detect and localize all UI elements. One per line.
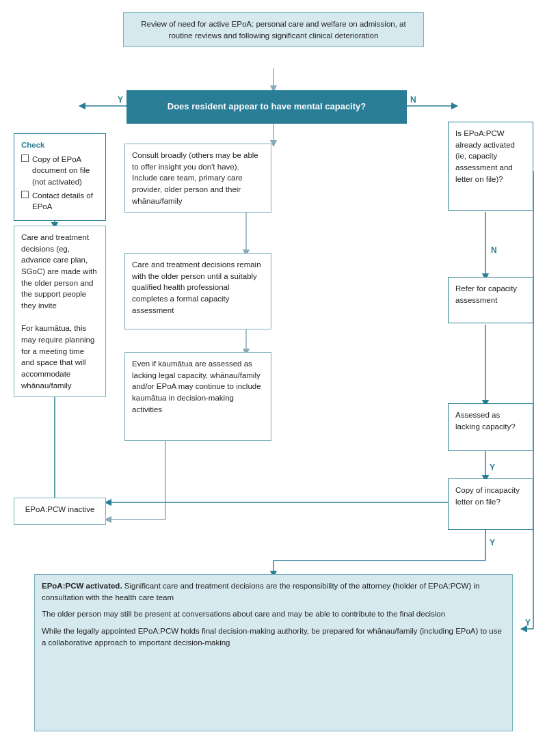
- decision-text: Does resident appear to have mental capa…: [168, 101, 366, 111]
- epoa-inactive-box: EPoA:PCW inactive: [14, 498, 106, 525]
- assessed-lacking-box: Assessed as lacking capacity?: [448, 403, 533, 451]
- incapacity-letter-box: Copy of incapacity letter on file?: [448, 478, 533, 530]
- care-decisions-left-text: Care and treatment decisions (eg, advanc…: [21, 233, 97, 390]
- svg-text:Y: Y: [490, 538, 495, 548]
- check-item-2-text: Contact details of EPoA: [32, 190, 98, 213]
- even-if-text: Even if kaumātua are assessed as lacking…: [132, 360, 261, 414]
- care-decisions-left-box: Care and treatment decisions (eg, advanc…: [14, 226, 106, 397]
- flowchart-container: Y N N Y Y Y Y Review of need for active …: [7, 0, 540, 742]
- check-item-1: Copy of EPoA document on file (not activ…: [21, 154, 98, 188]
- bottom-p1-bold: EPoA:PCW activated.: [42, 582, 122, 590]
- decision-box: Does resident appear to have mental capa…: [126, 90, 407, 124]
- consult-box: Consult broadly (others may be able to o…: [124, 144, 271, 213]
- epoa-q-text: Is EPoA:PCW already activated (ie, capac…: [455, 129, 515, 183]
- check-item-2: Contact details of EPoA: [21, 190, 98, 213]
- even-if-box: Even if kaumātua are assessed as lacking…: [124, 352, 271, 441]
- epoa-inactive-text: EPoA:PCW inactive: [25, 505, 95, 513]
- bottom-p3: While the legally appointed EPoA:PCW hol…: [42, 625, 505, 648]
- check-box: Check Copy of EPoA document on file (not…: [14, 133, 106, 221]
- svg-text:N: N: [410, 95, 416, 105]
- care-decisions-middle-box: Care and treatment decisions remain with…: [124, 253, 271, 329]
- refer-text: Refer for capacity assessment: [455, 284, 517, 304]
- checkbox-icon-1: [21, 154, 29, 162]
- top-box-text: Review of need for active EPoA: personal…: [141, 20, 405, 40]
- assessed-lacking-text: Assessed as lacking capacity?: [455, 411, 516, 431]
- svg-text:Y: Y: [490, 463, 495, 472]
- check-title: Check: [21, 139, 98, 151]
- epoa-q-box: Is EPoA:PCW already activated (ie, capac…: [448, 122, 533, 211]
- bottom-p2: The older person may still be present at…: [42, 608, 505, 620]
- epoa-activated-box: EPoA:PCW activated. Significant care and…: [34, 574, 513, 731]
- checkbox-icon-2: [21, 191, 29, 198]
- consult-text: Consult broadly (others may be able to o…: [132, 151, 258, 205]
- check-item-1-text: Copy of EPoA document on file (not activ…: [32, 154, 98, 188]
- svg-text:Y: Y: [525, 618, 531, 627]
- top-box: Review of need for active EPoA: personal…: [123, 12, 424, 47]
- refer-box: Refer for capacity assessment: [448, 277, 533, 323]
- care-decisions-middle-text: Care and treatment decisions remain with…: [132, 260, 261, 314]
- svg-text:N: N: [491, 245, 497, 255]
- svg-text:Y: Y: [118, 95, 123, 105]
- incapacity-letter-text: Copy of incapacity letter on file?: [455, 486, 520, 506]
- bottom-p1: EPoA:PCW activated. Significant care and…: [42, 580, 505, 603]
